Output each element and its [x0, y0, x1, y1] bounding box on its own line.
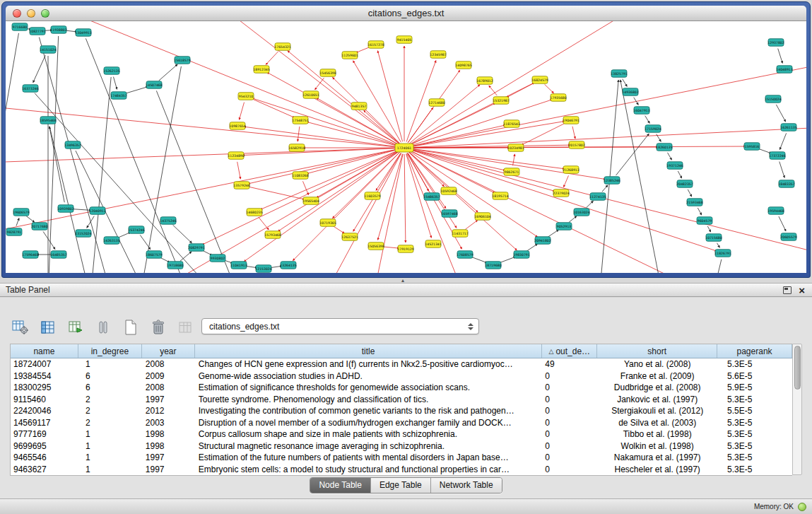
network-node[interactable]: 10715680: [705, 234, 722, 242]
network-node[interactable]: 12714680: [428, 99, 445, 107]
table-row[interactable]: 969969511998Structural magnetic resonanc…: [11, 440, 792, 452]
network-node[interactable]: 1724061: [395, 144, 413, 152]
network-edge[interactable]: [410, 151, 495, 193]
network-node[interactable]: 15618579: [174, 57, 190, 64]
network-edge[interactable]: [548, 230, 558, 237]
network-node[interactable]: 15456398: [319, 69, 336, 77]
network-edge[interactable]: [522, 123, 565, 145]
network-edge[interactable]: [712, 259, 722, 273]
network-edge[interactable]: [377, 51, 402, 142]
table-selector-dropdown[interactable]: citations_edges.txt: [201, 318, 479, 334]
network-edge[interactable]: [26, 216, 35, 222]
window-titlebar[interactable]: citations_edges.txt: [6, 6, 806, 21]
close-panel-icon[interactable]: ×: [799, 286, 805, 294]
table-row[interactable]: 1456911722003Disruption of a novel membe…: [11, 417, 792, 429]
network-edge[interactable]: [507, 83, 534, 98]
network-node[interactable]: 15793468: [264, 231, 281, 239]
network-edge[interactable]: [39, 37, 112, 273]
network-node[interactable]: 16047913: [633, 107, 649, 115]
network-node[interactable]: 9862671: [504, 168, 519, 176]
network-node[interactable]: 18607579: [146, 251, 162, 259]
network-edge[interactable]: [411, 148, 565, 169]
network-node[interactable]: 14263135: [103, 237, 119, 245]
column-header-short[interactable]: short: [597, 344, 717, 358]
import-table-button[interactable]: [177, 318, 195, 337]
network-node[interactable]: 15486357: [423, 193, 440, 201]
network-node[interactable]: 17596468: [22, 251, 38, 259]
network-node[interactable]: 16485357: [50, 251, 66, 259]
delete-column-button[interactable]: [149, 318, 167, 337]
network-node[interactable]: 1595816: [744, 143, 760, 151]
network-node[interactable]: 9481357: [351, 103, 367, 110]
network-edge[interactable]: [6, 148, 398, 163]
network-node[interactable]: 19565404: [302, 197, 319, 205]
network-node[interactable]: 20482357: [676, 180, 693, 188]
network-node[interactable]: 11826791: [714, 250, 731, 257]
network-node[interactable]: 16261135: [780, 124, 796, 132]
network-node[interactable]: 16373246: [22, 85, 38, 93]
network-edge[interactable]: [572, 127, 575, 139]
network-edge[interactable]: [33, 55, 46, 83]
network-edge[interactable]: [242, 148, 398, 155]
network-node[interactable]: 9543210: [238, 93, 254, 100]
table-row[interactable]: 1830029562008Estimation of significance …: [11, 382, 792, 394]
network-edge[interactable]: [332, 77, 399, 143]
network-node[interactable]: 12637521: [341, 233, 358, 241]
network-node[interactable]: 14098765: [455, 62, 471, 69]
network-node[interactable]: 14680235: [246, 209, 262, 216]
network-edge[interactable]: [602, 185, 608, 192]
network-node[interactable]: 16597468: [441, 210, 457, 218]
network-edge[interactable]: [76, 151, 147, 273]
network-edge[interactable]: [87, 216, 94, 228]
scrollbar-thumb[interactable]: [794, 346, 801, 390]
network-edge[interactable]: [72, 209, 91, 211]
network-node[interactable]: 20941802: [534, 237, 551, 245]
network-edge[interactable]: [49, 127, 64, 202]
network-edge[interactable]: [499, 257, 515, 263]
network-node[interactable]: 18260135: [656, 144, 672, 151]
network-node[interactable]: 13152024: [75, 230, 91, 238]
network-node[interactable]: 17548751: [292, 117, 308, 124]
network-edge[interactable]: [616, 134, 649, 175]
network-node[interactable]: 11041913: [230, 262, 247, 269]
network-edge[interactable]: [717, 243, 720, 248]
network-edge[interactable]: [239, 103, 244, 120]
network-node[interactable]: 14151024: [40, 46, 56, 54]
network-node[interactable]: 10719365: [319, 219, 336, 227]
network-edge[interactable]: [410, 21, 642, 144]
float-panel-icon[interactable]: [783, 286, 792, 294]
network-node[interactable]: 18483357: [778, 180, 794, 188]
network-node[interactable]: 10987654: [229, 122, 245, 130]
network-edge[interactable]: [778, 49, 783, 64]
network-edge[interactable]: [564, 175, 569, 187]
network-node[interactable]: 21593468: [686, 199, 702, 206]
network-edge[interactable]: [113, 77, 117, 90]
network-node[interactable]: 15262135: [103, 67, 119, 75]
network-node[interactable]: 10592468: [440, 187, 457, 195]
network-node[interactable]: 16906104: [474, 213, 490, 221]
network-edge[interactable]: [173, 225, 192, 243]
network-node[interactable]: 17935680: [550, 94, 566, 102]
network-node[interactable]: 11876543: [503, 120, 519, 128]
table-row[interactable]: 977716911998Corpus callosum shape and si…: [11, 428, 792, 440]
network-edge[interactable]: [758, 148, 771, 153]
network-edge[interactable]: [465, 220, 478, 229]
network-node[interactable]: 20605579: [780, 233, 796, 241]
network-node[interactable]: 9604579: [697, 217, 712, 225]
network-node[interactable]: 11938802: [50, 26, 66, 34]
network-node[interactable]: 16157278: [367, 41, 384, 49]
network-node[interactable]: 12040913: [89, 207, 105, 215]
network-node[interactable]: 15150024: [765, 95, 781, 103]
network-edge[interactable]: [569, 216, 577, 223]
network-node[interactable]: 9828791: [6, 228, 22, 236]
network-edge[interactable]: [48, 36, 59, 273]
table-row[interactable]: 1938455462009Genome-wide association stu…: [11, 370, 792, 382]
network-node[interactable]: 13825791: [611, 70, 627, 78]
network-node[interactable]: 9415405: [396, 36, 412, 44]
network-node[interactable]: 19606579: [13, 209, 29, 216]
network-node[interactable]: 14507468: [146, 81, 162, 89]
network-node[interactable]: 16582916: [288, 144, 305, 152]
network-edge[interactable]: [411, 121, 565, 146]
network-edge[interactable]: [125, 87, 148, 94]
network-edge[interactable]: [259, 217, 269, 230]
